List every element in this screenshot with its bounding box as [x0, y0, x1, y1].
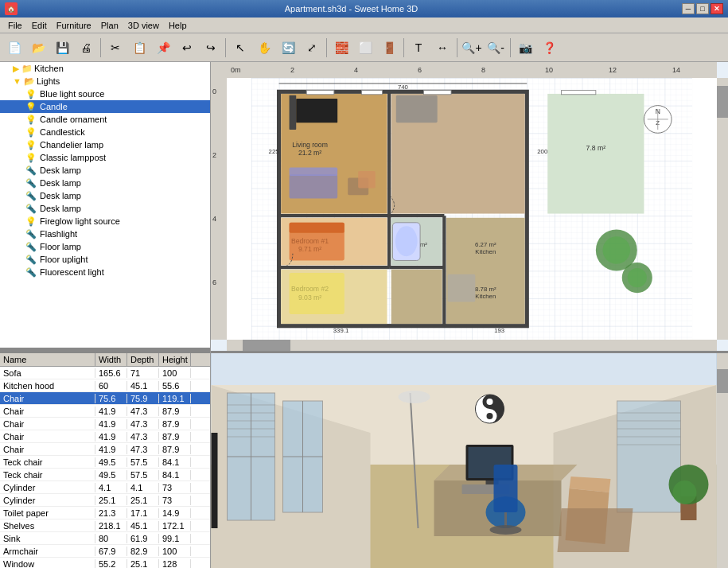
open-button[interactable]: 📂 [27, 37, 49, 59]
redo-button[interactable]: ↪ [200, 37, 222, 59]
add-door-button[interactable]: 🚪 [378, 37, 400, 59]
list-cell-0: Chair [0, 394, 95, 403]
print-button[interactable]: 🖨 [75, 37, 97, 59]
tree-item-4[interactable]: 💡Candle ornament [0, 113, 210, 126]
list-cell-2: 71 [127, 368, 159, 378]
add-room-button[interactable]: ⬜ [354, 37, 376, 59]
view3d-scroll-thumb[interactable] [717, 369, 728, 393]
list-panel[interactable]: NameWidthDepthHeight Sofa165.671100Kitch… [0, 353, 210, 568]
svg-rect-42 [547, 94, 644, 214]
svg-point-113 [490, 525, 522, 535]
maximize-button[interactable]: □ [696, 3, 709, 14]
floorplan-scrollbar-v[interactable] [717, 78, 728, 340]
list-row-0[interactable]: Sofa165.671100 [0, 367, 210, 379]
dimension-button[interactable]: ↔ [431, 37, 454, 59]
list-col-depth: Depth [127, 353, 159, 366]
list-row-4[interactable]: Chair41.947.387.9 [0, 418, 210, 430]
help-button[interactable]: ❓ [538, 37, 560, 59]
svg-marker-118 [558, 508, 633, 552]
select-button[interactable]: ↖ [229, 37, 251, 59]
text-button[interactable]: T [407, 37, 430, 59]
scroll-thumb-v[interactable] [717, 86, 728, 118]
tree-item-16[interactable]: 🔦Fluorescent light [0, 266, 210, 278]
minimize-button[interactable]: ─ [682, 3, 695, 14]
list-cell-2: 57.5 [127, 470, 159, 480]
list-row-3[interactable]: Chair41.947.387.9 [0, 405, 210, 418]
tree-item-2[interactable]: 💡Blue light source [0, 88, 210, 100]
list-row-8[interactable]: Teck chair49.557.584.1 [0, 469, 210, 481]
tree-item-8[interactable]: 🔦Desk lamp [0, 164, 210, 177]
menu-plan[interactable]: Plan [96, 19, 123, 32]
paste-button[interactable]: 📌 [152, 37, 174, 59]
scale-button[interactable]: ⤢ [301, 37, 323, 59]
menu-help[interactable]: Help [164, 19, 192, 32]
list-row-14[interactable]: Armchair67.982.9100 [0, 545, 210, 558]
list-row-6[interactable]: Chair41.947.387.9 [0, 443, 210, 456]
floorplan-scrollbar-h[interactable] [227, 340, 717, 351]
camera-button[interactable]: 📷 [514, 37, 536, 59]
view3d-svg [211, 353, 717, 568]
list-row-5[interactable]: Chair41.947.387.9 [0, 430, 210, 443]
list-col-name: Name [0, 353, 95, 366]
cut-button[interactable]: ✂ [104, 37, 127, 59]
window-title: Apartment.sh3d - Sweet Home 3D [21, 4, 682, 14]
list-cell-1: 41.9 [95, 419, 127, 429]
list-cell-2: 17.1 [127, 508, 159, 518]
floorplan[interactable]: 0m 2 4 6 8 10 12 14 0 2 4 6 8 [211, 62, 728, 353]
tree-item-9[interactable]: 🔦Desk lamp [0, 177, 210, 189]
svg-rect-29 [391, 270, 442, 324]
view3d-scrollbar[interactable] [717, 353, 728, 568]
tree-item-12[interactable]: 💡Fireglow light source [0, 215, 210, 228]
tree-item-5[interactable]: 💡Candlestick [0, 126, 210, 138]
zoom-in-button[interactable]: 🔍+ [461, 37, 483, 59]
menu-furniture[interactable]: Furniture [52, 19, 96, 32]
list-row-15[interactable]: Window55.225.1128 [0, 558, 210, 568]
new-button[interactable]: 📄 [3, 37, 25, 59]
list-row-7[interactable]: Teck chair49.557.584.1 [0, 456, 210, 469]
floorplan-svg: Living room 21.2 m² Bedroom #1 9.71 m² B… [227, 78, 717, 340]
list-cell-0: Chair [0, 407, 95, 416]
list-cell-1: 218.1 [95, 521, 127, 531]
tree-item-1[interactable]: ▼ 📂Lights [0, 75, 210, 88]
svg-text:225: 225 [269, 148, 279, 155]
list-row-11[interactable]: Toilet paper21.317.114.9 [0, 507, 210, 519]
list-row-12[interactable]: Shelves218.145.1172.1 [0, 519, 210, 532]
tree-item-10[interactable]: 🔦Desk lamp [0, 189, 210, 202]
list-cell-0: Cylinder [0, 483, 95, 492]
zoom-out-button[interactable]: 🔍- [485, 37, 507, 59]
menu-file[interactable]: File [3, 19, 27, 32]
list-cell-3: 73 [159, 483, 191, 492]
svg-rect-73 [361, 91, 382, 95]
list-row-1[interactable]: Kitchen hood6045.155.6 [0, 379, 210, 392]
tree-item-7[interactable]: 💡Classic lamppost [0, 151, 210, 164]
menu-edit[interactable]: Edit [27, 19, 52, 32]
tree-item-15[interactable]: 🔦Floor uplight [0, 253, 210, 266]
undo-button[interactable]: ↩ [176, 37, 198, 59]
move-button[interactable]: ✋ [253, 37, 275, 59]
save-button[interactable]: 💾 [51, 37, 73, 59]
list-row-2[interactable]: Chair75.675.9119.1 [0, 392, 210, 405]
list-row-13[interactable]: Sink8061.999.1 [0, 532, 210, 545]
view3d[interactable] [211, 353, 728, 568]
tree-item-11[interactable]: 🔦Desk lamp [0, 202, 210, 215]
ruler-vertical: 0 2 4 6 8 [211, 62, 227, 340]
close-button[interactable]: ✕ [710, 3, 723, 14]
menu-3d-view[interactable]: 3D view [123, 19, 164, 32]
list-cell-3: 84.1 [159, 457, 191, 467]
tree-item-3[interactable]: 💡Candle [0, 100, 210, 113]
svg-rect-0 [227, 62, 717, 78]
list-row-10[interactable]: Cylinder25.125.173 [0, 494, 210, 507]
copy-button[interactable]: 📋 [128, 37, 150, 59]
floorplan-content[interactable]: Living room 21.2 m² Bedroom #1 9.71 m² B… [227, 78, 717, 340]
tree-item-6[interactable]: 💡Chandelier lamp [0, 138, 210, 151]
scroll-thumb-h[interactable] [243, 340, 290, 351]
list-cell-2: 25.1 [127, 559, 159, 569]
rotate-button[interactable]: 🔄 [277, 37, 299, 59]
tree-panel[interactable]: ▶ 📁Kitchen▼ 📂Lights💡Blue light source💡Ca… [0, 62, 210, 350]
tree-item-14[interactable]: 🔦Floor lamp [0, 240, 210, 253]
add-wall-button[interactable]: 🧱 [330, 37, 352, 59]
tree-item-0[interactable]: ▶ 📁Kitchen [0, 62, 210, 75]
tree-item-13[interactable]: 🔦Flashlight [0, 228, 210, 240]
svg-point-100 [673, 480, 697, 504]
list-row-9[interactable]: Cylinder4.14.173 [0, 481, 210, 494]
